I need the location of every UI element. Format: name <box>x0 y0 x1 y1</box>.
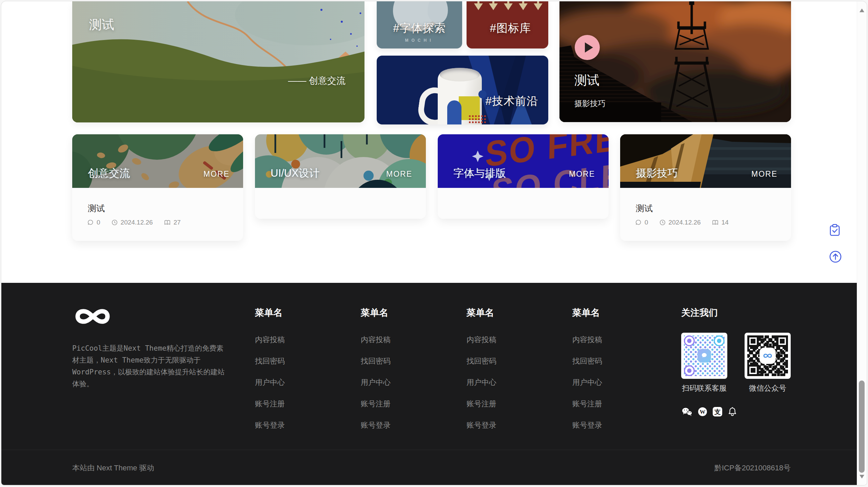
more-link[interactable]: MORE <box>569 170 595 179</box>
category-name: UI/UX设计 <box>271 166 320 180</box>
featured-video-card[interactable]: 测试 摄影技巧 <box>559 1 791 122</box>
category-post-list: 测试 0 2024.12.26 <box>72 188 243 241</box>
views-meta: 27 <box>164 219 181 226</box>
footer-link-register[interactable]: 账号注册 <box>255 399 333 409</box>
category-card-photography: 摄影技巧 MORE 测试 0 <box>620 134 791 241</box>
back-to-top-icon[interactable] <box>829 250 842 263</box>
scrollbar-thumb[interactable] <box>859 381 865 473</box>
footer-menu-4: 菜单名 内容投稿 找回密码 用户中心 账号注册 账号登录 <box>572 307 650 430</box>
more-link[interactable]: MORE <box>203 170 230 179</box>
next-theme-logo[interactable] <box>72 305 113 329</box>
post-meta: 0 2024.12.26 27 <box>72 214 243 226</box>
views-count: 27 <box>174 219 181 226</box>
post-link[interactable]: 测试 <box>620 188 791 214</box>
footer-link-submit[interactable]: 内容投稿 <box>467 335 545 345</box>
comments-count: 0 <box>645 219 648 226</box>
infinity-badge-icon <box>761 349 774 363</box>
footer-link-login[interactable]: 账号登录 <box>467 420 545 430</box>
featured-card-creative[interactable]: 测试 —— 创意交流 <box>72 1 364 122</box>
alipay-icon[interactable]: 支 <box>712 407 723 417</box>
mochi-brand-text: MOCHI <box>377 38 462 43</box>
qr-customer-service: 扫码联系客服 <box>681 333 727 393</box>
book-icon <box>712 219 719 226</box>
footer-menu-title: 菜单名 <box>255 307 333 319</box>
category-header[interactable]: UI/UX设计 MORE <box>255 134 426 188</box>
wordpress-icon[interactable]: W <box>697 407 708 417</box>
vertical-scrollbar[interactable] <box>857 1 867 485</box>
category-card-uiux: UI/UX设计 MORE <box>255 134 426 219</box>
floating-toolbar <box>829 224 842 263</box>
post-date: 2024.12.26 <box>121 219 153 226</box>
footer-link-register[interactable]: 账号注册 <box>467 399 545 409</box>
footer-menu-1: 菜单名 内容投稿 找回密码 用户中心 账号注册 账号登录 <box>255 307 333 430</box>
footer-link-recover-password[interactable]: 找回密码 <box>572 356 650 366</box>
tag-card-icons[interactable]: #图标库 <box>467 1 548 48</box>
clock-icon <box>111 219 118 226</box>
comments-meta: 0 <box>635 219 648 226</box>
video-card-category: 摄影技巧 <box>574 98 606 109</box>
comment-icon <box>635 219 642 226</box>
powered-by-text: 本站由 Next Theme 驱动 <box>72 450 154 486</box>
footer-link-register[interactable]: 账号注册 <box>572 399 650 409</box>
footer-menu-3: 菜单名 内容投稿 找回密码 用户中心 账号注册 账号登录 <box>467 307 545 430</box>
pawn-decoration <box>519 1 528 11</box>
comments-meta: 0 <box>87 219 100 226</box>
tag-card-font[interactable]: MOCHI #字体探索 <box>377 1 462 48</box>
category-post-list <box>255 188 426 219</box>
footer-link-submit[interactable]: 内容投稿 <box>361 335 439 345</box>
footer-menu-2: 菜单名 内容投稿 找回密码 用户中心 账号注册 账号登录 <box>361 307 439 430</box>
more-link[interactable]: MORE <box>751 170 777 179</box>
clock-icon <box>659 219 666 226</box>
qr-wechat-official: 微信公众号 <box>745 333 791 393</box>
qr-label: 扫码联系客服 <box>681 383 727 393</box>
wechat-icon[interactable] <box>681 407 693 417</box>
footer-link-submit[interactable]: 内容投稿 <box>255 335 333 345</box>
category-card-creative: 创意交流 MORE 测试 0 <box>72 134 243 241</box>
footer-link-login[interactable]: 账号登录 <box>255 420 333 430</box>
tag-card-label: #技术前沿 <box>486 94 538 109</box>
footer-link-user-center[interactable]: 用户中心 <box>467 377 545 388</box>
category-name: 摄影技巧 <box>636 166 678 180</box>
browser-content-area: 测试 —— 创意交流 MOCHI #字体探索 #图标库 <box>1 1 867 486</box>
tag-card-label: #图标库 <box>467 21 548 36</box>
mug-artwork <box>428 68 482 124</box>
date-meta: 2024.12.26 <box>111 219 153 226</box>
footer-description: PicCool主题是Next Theme精心打造的免费素材主题，Next The… <box>72 343 225 390</box>
follow-us-title: 关注我们 <box>681 307 793 319</box>
icp-record-link[interactable]: 黔ICP备2021008618号 <box>714 450 791 486</box>
book-icon <box>164 219 171 226</box>
category-header[interactable]: 创意交流 MORE <box>72 134 243 188</box>
mochi-artwork-part <box>428 1 448 23</box>
footer-link-user-center[interactable]: 用户中心 <box>572 377 650 388</box>
footer-link-recover-password[interactable]: 找回密码 <box>361 356 439 366</box>
footer-link-recover-password[interactable]: 找回密码 <box>255 356 333 366</box>
more-link[interactable]: MORE <box>386 170 412 179</box>
social-icons-row: W 支 <box>681 407 793 417</box>
infinity-logo-icon <box>72 305 113 328</box>
tag-card-tech[interactable]: #技术前沿 <box>377 56 548 124</box>
footer-link-user-center[interactable]: 用户中心 <box>361 377 439 388</box>
category-header[interactable]: 摄影技巧 MORE <box>620 134 791 188</box>
footer-link-register[interactable]: 账号注册 <box>361 399 439 409</box>
tag-card-label: #字体探索 <box>377 21 462 36</box>
scroll-down-arrow[interactable] <box>860 475 864 481</box>
category-name: 字体与排版 <box>453 166 506 180</box>
category-post-list: 测试 0 2024.12.26 <box>620 188 791 241</box>
date-meta: 2024.12.26 <box>659 219 701 226</box>
play-button[interactable] <box>575 35 600 60</box>
clipboard-check-icon[interactable] <box>829 224 841 236</box>
bell-icon[interactable] <box>727 407 737 417</box>
footer-link-login[interactable]: 账号登录 <box>572 420 650 430</box>
footer-link-recover-password[interactable]: 找回密码 <box>467 356 545 366</box>
qr-code-image <box>747 335 788 376</box>
featured-card-caption: —— 创意交流 <box>288 75 346 87</box>
footer-link-login[interactable]: 账号登录 <box>361 420 439 430</box>
post-link[interactable]: 测试 <box>72 188 243 214</box>
footer-link-submit[interactable]: 内容投稿 <box>572 335 650 345</box>
category-header[interactable]: SO FRESH SO CLEAN 字体与排版 MORE <box>438 134 609 188</box>
featured-card-title: 测试 <box>89 16 114 33</box>
scroll-up-arrow[interactable] <box>860 6 864 12</box>
footer-bottom-bar: 本站由 Next Theme 驱动 黔ICP备2021008618号 <box>1 450 860 486</box>
pawn-decoration <box>474 1 483 11</box>
footer-link-user-center[interactable]: 用户中心 <box>255 377 333 388</box>
